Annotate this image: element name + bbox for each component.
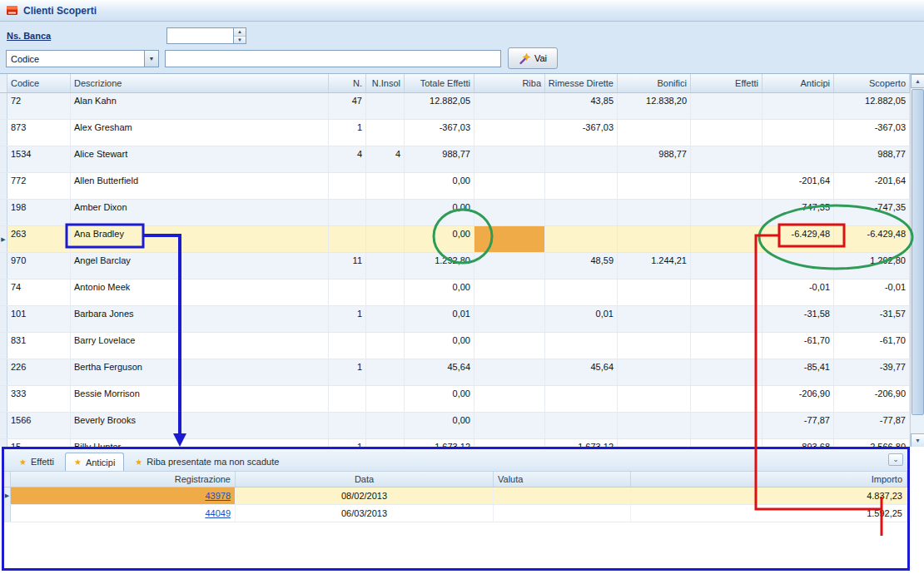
cell-anticipi[interactable]: -85,41 (763, 359, 834, 385)
cell-scoperto[interactable]: -6.429,48 (834, 226, 910, 252)
cell-riba[interactable] (474, 226, 545, 252)
grid-row-263[interactable]: ▶263Ana Bradley0,00-6.429,48-6.429,48 (0, 226, 910, 253)
column-header-codice[interactable]: Codice (7, 74, 71, 92)
cell-riba[interactable] (474, 253, 545, 279)
column-header-totale-effetti[interactable]: Totale Effetti (405, 74, 474, 92)
cell-riba[interactable] (474, 333, 545, 359)
cell-descrizione[interactable]: Beverly Brooks (71, 413, 329, 438)
tab-riba-presentate-ma-non-scadute[interactable]: ★Riba presentate ma non scadute (127, 453, 287, 471)
cell-totale-effetti[interactable]: 0,00 (405, 226, 474, 252)
spin-up-button[interactable]: ▲ (234, 28, 246, 37)
cell-codice[interactable]: 970 (7, 253, 71, 279)
cell-n[interactable] (329, 173, 366, 199)
detail-column-header-valuta[interactable]: Valuta (494, 472, 631, 487)
grid-row-198[interactable]: 198Amber Dixon0,00-747,35-747,35 (0, 200, 910, 226)
cell-descrizione[interactable]: Alex Gresham (71, 120, 329, 146)
cell-anticipi[interactable] (763, 146, 834, 172)
grid-row-333[interactable]: 333Bessie Morrison0,00-206,90-206,90 (0, 386, 910, 413)
cell-scoperto[interactable]: -2.566,80 (834, 439, 910, 447)
filter-field-combo[interactable]: Codice ▼ (6, 50, 159, 67)
cell-riba[interactable] (474, 439, 545, 447)
cell-totale-effetti[interactable]: 0,00 (405, 280, 474, 305)
cell-rimesse-dirette[interactable] (545, 146, 618, 172)
cell-descrizione[interactable]: Barbara Jones (71, 306, 329, 332)
search-input[interactable] (165, 50, 501, 67)
ns-banca-link[interactable]: Ns. Banca (7, 31, 51, 41)
cell-descrizione[interactable]: Angel Barclay (71, 253, 329, 279)
bank-code-input[interactable] (167, 28, 233, 43)
cell-rimesse-dirette[interactable] (545, 280, 618, 305)
cell-codice[interactable]: 101 (7, 306, 71, 332)
cell-codice[interactable]: 74 (7, 280, 71, 305)
detail-cell-registrazione[interactable]: 43978 (11, 487, 236, 504)
cell-descrizione[interactable]: Alice Stewart (71, 146, 329, 172)
column-header-effetti[interactable]: Effetti (691, 74, 763, 92)
cell-anticipi[interactable]: -201,64 (763, 173, 834, 199)
cell-descrizione[interactable]: Allen Butterfield (71, 173, 329, 199)
cell-bonifici[interactable] (618, 413, 691, 438)
cell-bonifici[interactable]: 988,77 (618, 146, 691, 172)
cell-bonifici[interactable] (618, 226, 691, 252)
detail-cell-importo[interactable]: 4.837,23 (631, 487, 907, 504)
cell-riba[interactable] (474, 173, 545, 199)
detail-row-44049[interactable]: 4404906/03/20131.592,25 (4, 505, 907, 522)
cell-bonifici[interactable] (618, 280, 691, 305)
cell-totale-effetti[interactable]: 12.882,05 (405, 93, 474, 119)
cell-effetti[interactable] (691, 200, 763, 225)
grid-row-873[interactable]: 873Alex Gresham1-367,03-367,03-367,03 (0, 120, 910, 146)
cell-rimesse-dirette[interactable]: 48,59 (545, 253, 618, 279)
cell-codice[interactable]: 198 (7, 200, 71, 225)
cell-rimesse-dirette[interactable]: -1.673,12 (545, 439, 618, 447)
cell-n[interactable]: 11 (329, 253, 366, 279)
cell-anticipi[interactable]: -61,70 (763, 333, 834, 359)
cell-effetti[interactable] (691, 439, 763, 447)
cell-effetti[interactable] (691, 93, 763, 119)
tab-anticipi[interactable]: ★Anticipi (65, 453, 124, 471)
cell-rimesse-dirette[interactable]: 45,64 (545, 359, 618, 385)
cell-effetti[interactable] (691, 120, 763, 146)
cell-n-insol[interactable] (366, 226, 405, 252)
cell-anticipi[interactable] (763, 253, 834, 279)
cell-scoperto[interactable]: 1.292,80 (834, 253, 910, 279)
column-header-n-insol[interactable]: N.Insol (366, 74, 405, 92)
cell-effetti[interactable] (691, 226, 763, 252)
vertical-scrollbar[interactable]: ▲ ▼ (910, 74, 924, 447)
cell-descrizione[interactable]: Bessie Morrison (71, 386, 329, 412)
cell-n[interactable]: 1 (329, 120, 366, 146)
cell-effetti[interactable] (691, 386, 763, 412)
cell-effetti[interactable] (691, 173, 763, 199)
cell-anticipi[interactable] (763, 93, 834, 119)
go-button[interactable]: Vai (508, 47, 558, 69)
detail-cell-registrazione[interactable]: 44049 (11, 505, 236, 522)
chevron-down-icon[interactable]: ▼ (144, 51, 158, 67)
grid-row-970[interactable]: 970Angel Barclay111.292,8048,591.244,211… (0, 253, 910, 280)
cell-n-insol[interactable] (366, 173, 405, 199)
cell-n[interactable] (329, 333, 366, 359)
grid-row-101[interactable]: 101Barbara Jones10,010,01-31,58-31,57 (0, 306, 910, 333)
cell-totale-effetti[interactable]: 0,00 (405, 333, 474, 359)
cell-scoperto[interactable]: -367,03 (834, 120, 910, 146)
cell-bonifici[interactable] (618, 333, 691, 359)
detail-cell-importo[interactable]: 1.592,25 (631, 505, 907, 522)
cell-codice[interactable]: 772 (7, 173, 71, 199)
cell-descrizione[interactable]: Alan Kahn (71, 93, 329, 119)
scroll-down-button[interactable]: ▼ (911, 433, 924, 447)
cell-rimesse-dirette[interactable] (545, 333, 618, 359)
grid-row-15[interactable]: 15Billy Hunter1-1.673,12-1.673,12-893,68… (0, 439, 910, 447)
cell-effetti[interactable] (691, 359, 763, 385)
cell-rimesse-dirette[interactable]: -367,03 (545, 120, 618, 146)
cell-codice[interactable]: 1534 (7, 146, 71, 172)
cell-codice[interactable]: 72 (7, 93, 71, 119)
cell-n[interactable]: 4 (329, 146, 366, 172)
cell-n-insol[interactable]: 4 (366, 146, 405, 172)
cell-codice[interactable]: 831 (7, 333, 71, 359)
cell-rimesse-dirette[interactable]: 43,85 (545, 93, 618, 119)
column-header-descrizione[interactable]: Descrizione (71, 74, 329, 92)
column-header-riba[interactable]: Riba (474, 74, 545, 92)
cell-descrizione[interactable]: Barry Lovelace (71, 333, 329, 359)
cell-riba[interactable] (474, 200, 545, 225)
cell-effetti[interactable] (691, 333, 763, 359)
cell-riba[interactable] (474, 413, 545, 438)
cell-n-insol[interactable] (366, 333, 405, 359)
cell-codice[interactable]: 263 (7, 226, 71, 252)
